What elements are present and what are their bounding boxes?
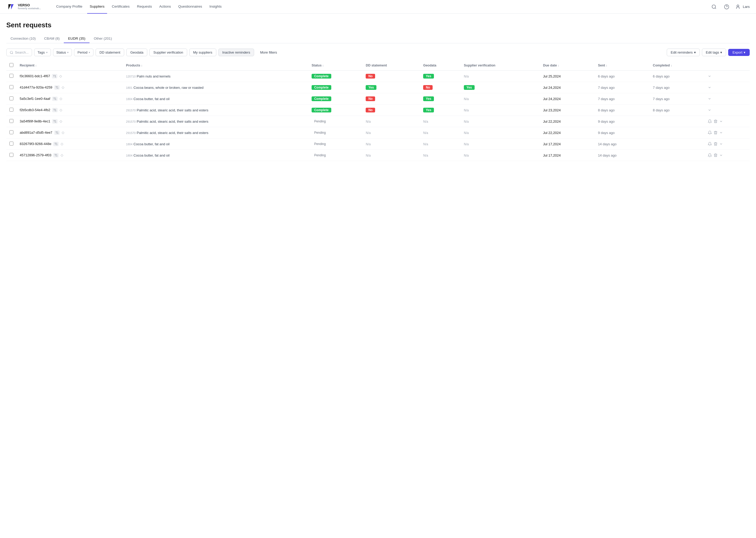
row-checkbox-0[interactable] (10, 74, 13, 78)
tag-icon[interactable]: ◇ (59, 74, 62, 78)
help-icon-btn[interactable] (722, 3, 731, 11)
logo[interactable]: VERSO formerly sustainab... (6, 2, 41, 12)
row-actions-cell (705, 138, 750, 150)
edit-tags-button[interactable]: Edit tags ▾ (702, 49, 726, 56)
trash-icon[interactable] (714, 119, 718, 124)
tab-eudr[interactable]: EUDR (35) (64, 34, 89, 43)
nav-questionnaires[interactable]: Questionnaires (176, 0, 205, 14)
bell-icon[interactable] (708, 131, 712, 135)
geodata-cell: Yes (420, 105, 461, 116)
table-row: abd891a7-d5d5-4ee7 T1 ◇ 291570Palmitic a… (6, 127, 750, 138)
nav-requests[interactable]: Requests (134, 0, 155, 14)
col-status[interactable]: Status↕ (308, 60, 362, 71)
tag-icon[interactable]: ◇ (62, 131, 64, 134)
status-cell: Complete (308, 82, 362, 93)
row-expand-icon[interactable] (708, 97, 711, 101)
recipient-id[interactable]: 41d4477a-920a-4259 (20, 85, 52, 89)
product-code: 291570 (126, 131, 136, 134)
row-checkbox-5[interactable] (10, 130, 13, 134)
tab-connection[interactable]: Connection (10) (6, 34, 40, 43)
due-date-cell: Jul 23,2024 (540, 105, 595, 116)
trash-icon[interactable] (714, 153, 718, 157)
row-expand-icon[interactable] (708, 74, 711, 78)
status-filter[interactable]: Status ▾ (53, 49, 72, 56)
row-expand-icon[interactable] (719, 131, 723, 134)
recipient-cell: 3a54f99f-9e8b-4ec1 T1 ◇ (17, 116, 123, 127)
trash-icon[interactable] (714, 142, 718, 146)
status-chevron-icon: ▾ (67, 51, 69, 54)
col-products[interactable]: Products↕ (123, 60, 308, 71)
edit-reminders-button[interactable]: Edit reminders ▾ (667, 49, 700, 56)
more-filters-button[interactable]: More filters (256, 49, 281, 56)
user-icon (735, 4, 741, 10)
tags-filter[interactable]: Tags ▾ (34, 49, 51, 56)
tag-icon[interactable]: ◇ (62, 85, 64, 89)
row-actions-cell (705, 71, 750, 82)
page-title: Sent requests (6, 21, 750, 29)
tag-icon[interactable]: ◇ (60, 97, 62, 101)
tag-icon[interactable]: ◇ (60, 119, 62, 123)
recipient-id[interactable]: f2b5cdb3-54e4-4fb2 (20, 108, 50, 112)
recipient-id[interactable]: 832679f3-9266-448e (20, 142, 51, 146)
table-row: 41d4477a-920a-4259 T1 ◇ 1801Cocoa beans,… (6, 82, 750, 93)
trash-icon[interactable] (714, 131, 718, 135)
my-suppliers-filter[interactable]: My suppliers (189, 49, 216, 56)
geodata-cell: N/a (420, 127, 461, 138)
inactive-reminders-filter[interactable]: Inactive reminders (218, 49, 254, 56)
sent-cell: 7 days ago (595, 82, 650, 93)
recipient-id[interactable]: 3a54f99f-9e8b-4ec1 (20, 119, 50, 123)
recipient-id[interactable]: f3c36601-bdc1-4f67 (20, 74, 50, 78)
row-expand-icon[interactable] (708, 108, 711, 112)
row-checkbox-2[interactable] (10, 96, 13, 100)
col-sent[interactable]: Sent↕ (595, 60, 650, 71)
row-expand-icon[interactable] (708, 86, 711, 89)
row-expand-icon[interactable] (719, 142, 723, 146)
geodata-filter[interactable]: Geodata (126, 49, 147, 56)
col-recipient[interactable]: Recipient↕ (17, 60, 123, 71)
bell-icon[interactable] (708, 142, 712, 146)
tab-cbam[interactable]: CBAM (8) (40, 34, 64, 43)
products-cell: 1804Cocoa butter, fat and oil (123, 93, 308, 105)
nav-certificates[interactable]: Certificates (109, 0, 132, 14)
nav-actions[interactable]: Actions (157, 0, 173, 14)
geodata-cell: Yes (420, 93, 461, 105)
select-all-checkbox[interactable] (10, 63, 13, 67)
user-menu[interactable]: Lars (735, 4, 750, 10)
products-cell: 1801Cocoa beans, whole or broken, raw or… (123, 82, 308, 93)
row-expand-icon[interactable] (719, 153, 723, 157)
search-button[interactable]: Search... (6, 49, 32, 56)
recipient-id[interactable]: 45712896-2579-4f03 (20, 153, 51, 157)
tag-icon[interactable]: ◇ (61, 142, 63, 146)
bell-icon[interactable] (708, 119, 712, 124)
row-checkbox-6[interactable] (10, 141, 13, 145)
col-completed[interactable]: Completed↕ (650, 60, 705, 71)
dd-statement-filter[interactable]: DD statement (96, 49, 124, 56)
col-due-date[interactable]: Due date↕ (540, 60, 595, 71)
table-row: 5a5c3ef1-1ee0-4aaf T1 ◇ 1804Cocoa butter… (6, 93, 750, 105)
tag-icon[interactable]: ◇ (60, 108, 62, 112)
row-checkbox-7[interactable] (10, 153, 13, 157)
supplier-verification-filter[interactable]: Supplier verification (149, 49, 187, 56)
tier-badge: T1 (52, 97, 58, 101)
export-chevron-icon: ▾ (744, 50, 745, 54)
tab-other[interactable]: Other (201) (89, 34, 116, 43)
row-checkbox-3[interactable] (10, 108, 13, 112)
nav-company-profile[interactable]: Company Profile (54, 0, 85, 14)
nav-suppliers[interactable]: Suppliers (87, 0, 107, 14)
row-checkbox-cell (6, 105, 17, 116)
due-date-cell: Jul 17,2024 (540, 138, 595, 150)
table-row: f2b5cdb3-54e4-4fb2 T1 ◇ 291570Palmitic a… (6, 105, 750, 116)
row-checkbox-1[interactable] (10, 85, 13, 89)
nav-insights[interactable]: Insights (207, 0, 224, 14)
select-all-header[interactable] (6, 60, 17, 71)
row-checkbox-4[interactable] (10, 119, 13, 123)
search-icon-btn[interactable] (710, 3, 718, 11)
tag-icon[interactable]: ◇ (61, 153, 63, 157)
sort-due-icon: ↕ (557, 64, 559, 67)
row-expand-icon[interactable] (719, 120, 723, 123)
recipient-id[interactable]: 5a5c3ef1-1ee0-4aaf (20, 97, 50, 101)
bell-icon[interactable] (708, 153, 712, 157)
recipient-id[interactable]: abd891a7-d5d5-4ee7 (20, 131, 52, 134)
export-button[interactable]: Export ▾ (728, 49, 750, 56)
period-filter[interactable]: Period ▾ (74, 49, 93, 56)
